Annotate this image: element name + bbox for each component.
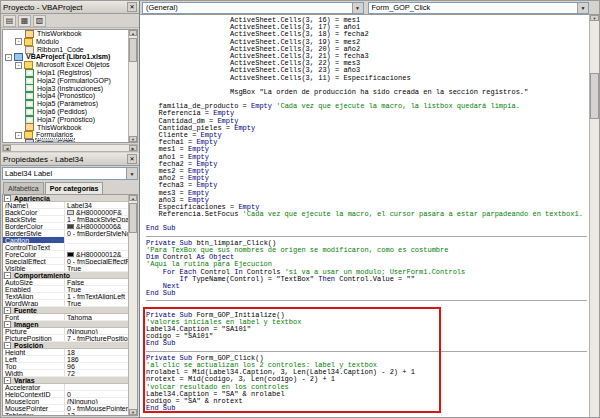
tab-categorized[interactable]: Por categorías bbox=[45, 182, 104, 194]
collapse-icon[interactable]: - bbox=[4, 195, 11, 202]
property-name[interactable]: Enabled bbox=[3, 286, 65, 292]
close-icon[interactable]: ✕ bbox=[127, 2, 137, 12]
scroll-left-icon[interactable]: ◀ bbox=[3, 145, 11, 151]
object-selector-dropdown[interactable]: Label34 Label ▼ bbox=[2, 167, 138, 180]
scroll-down-icon[interactable]: ▼ bbox=[590, 15, 599, 21]
tree-item[interactable]: Hoja1 (Registros) bbox=[3, 69, 128, 77]
property-row[interactable]: TextAlign1 - fmTextAlignLeft bbox=[3, 293, 128, 300]
property-value[interactable] bbox=[65, 244, 128, 250]
tree-item[interactable]: ThisWorkbook bbox=[3, 124, 128, 132]
tree-item[interactable]: Form_GOP bbox=[3, 139, 128, 142]
collapse-icon[interactable]: - bbox=[4, 377, 11, 384]
property-value[interactable]: 7 - fmPicturePositionAbove... bbox=[65, 335, 128, 341]
property-value[interactable]: &H80000012& bbox=[65, 251, 128, 257]
property-value[interactable]: Tahoma bbox=[65, 314, 128, 320]
tab-alphabetic[interactable]: Alfabética bbox=[3, 182, 44, 194]
property-name[interactable]: BorderColor bbox=[3, 223, 65, 229]
project-tree-hscrollbar[interactable]: ◀ ▶ bbox=[2, 144, 138, 152]
property-value[interactable]: &H8000000F& bbox=[65, 209, 128, 215]
close-icon[interactable]: ✕ bbox=[127, 154, 137, 164]
property-row[interactable]: (Name)Label34 bbox=[3, 202, 128, 209]
scroll-right-icon[interactable]: ▶ bbox=[129, 145, 137, 151]
property-name[interactable]: BackColor bbox=[3, 209, 65, 215]
property-value[interactable]: False bbox=[65, 279, 128, 285]
property-row[interactable]: MouseIcon(Ninguno) bbox=[3, 398, 128, 405]
scrollbar-thumb[interactable] bbox=[129, 203, 137, 233]
property-name[interactable]: Visible bbox=[3, 265, 65, 271]
scroll-down-icon[interactable]: ▼ bbox=[129, 409, 137, 415]
property-name[interactable]: BackStyle bbox=[3, 216, 65, 222]
property-name[interactable]: BorderStyle bbox=[3, 230, 65, 236]
scrollbar-thumb[interactable] bbox=[590, 73, 599, 119]
code-scrollbar[interactable]: ▲ ▼ bbox=[589, 15, 599, 417]
property-value[interactable]: 0 - fmSpecialEffectFlat bbox=[65, 258, 128, 264]
property-category[interactable]: -Imagen bbox=[3, 321, 128, 328]
property-value[interactable] bbox=[65, 237, 128, 243]
property-name[interactable]: ControlTipText bbox=[3, 244, 65, 250]
property-name[interactable]: ForeColor bbox=[3, 251, 65, 257]
chevron-down-icon[interactable]: ▼ bbox=[126, 168, 137, 179]
property-value[interactable] bbox=[65, 384, 128, 390]
property-name[interactable]: PicturePosition bbox=[3, 335, 65, 341]
properties-scrollbar[interactable]: ▲ ▼ bbox=[128, 195, 137, 415]
property-value[interactable]: &H80000006& bbox=[65, 223, 128, 229]
property-name[interactable]: TextAlign bbox=[3, 293, 65, 299]
property-name[interactable]: Accelerator bbox=[3, 384, 65, 390]
view-object-icon[interactable]: ▦ bbox=[18, 15, 31, 27]
property-value[interactable]: (Ninguno) bbox=[65, 398, 128, 404]
property-name[interactable]: MousePointer bbox=[3, 405, 65, 411]
tree-item[interactable]: Hoja3 (Instrucciones) bbox=[3, 85, 128, 93]
toggle-folders-icon[interactable]: ▧ bbox=[33, 15, 46, 27]
chevron-down-icon[interactable]: ▼ bbox=[352, 3, 363, 13]
tree-item[interactable]: Hoja7 (Pronóstico) bbox=[3, 116, 128, 124]
property-value[interactable]: 96 bbox=[65, 363, 128, 369]
property-name[interactable]: WordWrap bbox=[3, 300, 65, 306]
property-name[interactable]: TabIndex bbox=[3, 412, 65, 415]
property-row[interactable]: BorderColor&H80000006& bbox=[3, 223, 128, 230]
properties-grid[interactable]: -Apariencia(Name)Label34BackColor&H80000… bbox=[3, 195, 128, 415]
property-value[interactable]: 0 - fmMousePointerDefaul... bbox=[65, 405, 128, 411]
collapse-icon[interactable]: - bbox=[15, 62, 22, 69]
property-value[interactable]: 0 - fmBorderStyleNone bbox=[65, 230, 128, 236]
property-name[interactable]: Height bbox=[3, 349, 65, 355]
collapse-icon[interactable]: - bbox=[15, 38, 22, 45]
property-name[interactable]: AutoSize bbox=[3, 279, 65, 285]
property-category[interactable]: -Apariencia bbox=[3, 195, 128, 202]
collapse-icon[interactable]: - bbox=[5, 54, 12, 61]
property-name[interactable]: MouseIcon bbox=[3, 398, 65, 404]
property-value[interactable]: (Ninguno) bbox=[65, 328, 128, 334]
property-category[interactable]: -Fuente bbox=[3, 307, 128, 314]
tree-item[interactable]: Hoja4 (Pronóstico) bbox=[3, 92, 128, 100]
scrollbar-thumb[interactable] bbox=[129, 38, 137, 62]
tree-item[interactable]: -VBAProject (Libro1.xlsm) bbox=[3, 53, 128, 61]
scroll-up-icon[interactable]: ▲ bbox=[129, 30, 137, 36]
property-row[interactable]: Height18 bbox=[3, 349, 128, 356]
property-row[interactable]: ControlTipText bbox=[3, 244, 128, 251]
property-name[interactable]: Width bbox=[3, 370, 65, 376]
property-row[interactable]: TabIndex12 bbox=[3, 412, 128, 415]
property-name[interactable]: SpecialEffect bbox=[3, 258, 65, 264]
chevron-down-icon[interactable]: ▼ bbox=[577, 3, 588, 13]
property-row[interactable]: AutoSizeFalse bbox=[3, 279, 128, 286]
tree-item[interactable]: Hoja6 (Pedidos) bbox=[3, 108, 128, 116]
object-dropdown[interactable]: (General) ▼ bbox=[142, 2, 364, 14]
property-value[interactable]: 1 - fmTextAlignLeft bbox=[65, 293, 128, 299]
property-name[interactable]: Caption bbox=[3, 237, 65, 243]
property-row[interactable]: Caption bbox=[3, 237, 128, 244]
property-value[interactable]: 0 bbox=[65, 391, 128, 397]
tree-item[interactable]: Hoja2 (FormularioGOP) bbox=[3, 77, 128, 85]
property-row[interactable]: Picture(Ninguno) bbox=[3, 328, 128, 335]
property-row[interactable]: SpecialEffect0 - fmSpecialEffectFlat bbox=[3, 258, 128, 265]
tree-item[interactable]: -Módulo bbox=[3, 38, 128, 46]
code-editor[interactable]: ActiveSheet.Cells(3, 16) = mes1ActiveShe… bbox=[140, 15, 599, 417]
property-row[interactable]: BorderStyle0 - fmBorderStyleNone bbox=[3, 230, 128, 237]
property-row[interactable]: BackColor&H8000000F& bbox=[3, 209, 128, 216]
property-row[interactable]: Top96 bbox=[3, 363, 128, 370]
collapse-icon[interactable]: - bbox=[4, 342, 11, 349]
property-category[interactable]: -Varias bbox=[3, 377, 128, 384]
collapse-icon[interactable]: - bbox=[4, 307, 11, 314]
property-row[interactable]: BackStyle1 - fmBackStyleOpaque bbox=[3, 216, 128, 223]
tree-item[interactable]: Hoja5 (Parámetros) bbox=[3, 100, 128, 108]
collapse-icon[interactable]: - bbox=[15, 132, 22, 139]
tree-item[interactable]: ThisWorkbook bbox=[3, 30, 128, 38]
